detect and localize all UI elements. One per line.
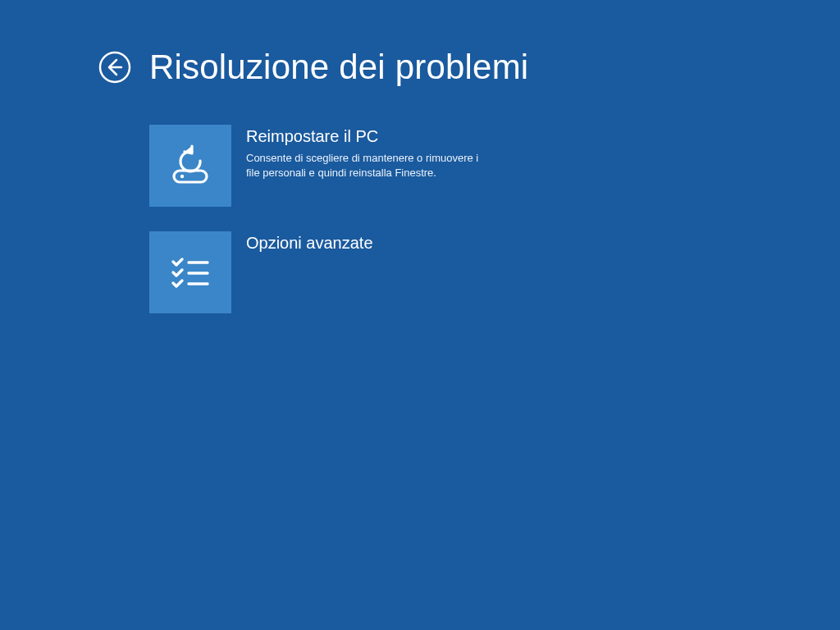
option-advanced-options[interactable]: Opzioni avanzate xyxy=(149,231,576,313)
option-text: Opzioni avanzate xyxy=(231,231,373,258)
reset-pc-icon xyxy=(164,139,217,192)
option-tile xyxy=(149,231,231,313)
back-arrow-icon xyxy=(98,51,131,84)
page-header: Risoluzione dei problemi xyxy=(0,0,840,87)
option-tile xyxy=(149,125,231,207)
back-button[interactable] xyxy=(98,51,131,84)
option-description: Consente di scegliere di mantenere o rim… xyxy=(246,151,486,180)
advanced-options-icon xyxy=(164,246,217,299)
options-list: Reimpostare il PC Consente di scegliere … xyxy=(0,87,840,313)
option-reset-pc[interactable]: Reimpostare il PC Consente di scegliere … xyxy=(149,125,576,207)
option-title: Reimpostare il PC xyxy=(246,125,486,146)
svg-point-3 xyxy=(180,175,184,178)
option-text: Reimpostare il PC Consente di scegliere … xyxy=(231,125,486,180)
page-title: Risoluzione dei problemi xyxy=(149,48,528,87)
option-title: Opzioni avanzate xyxy=(246,231,373,253)
